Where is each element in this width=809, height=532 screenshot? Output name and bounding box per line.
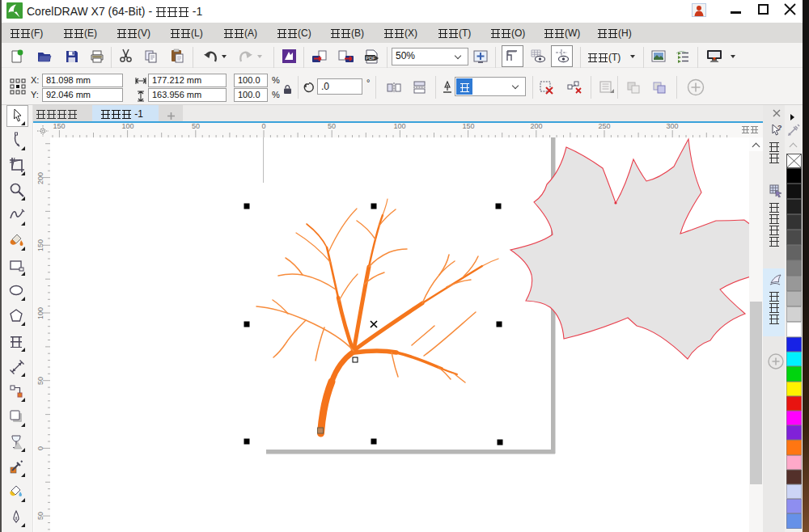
svg-text:?: ? [777, 124, 782, 132]
